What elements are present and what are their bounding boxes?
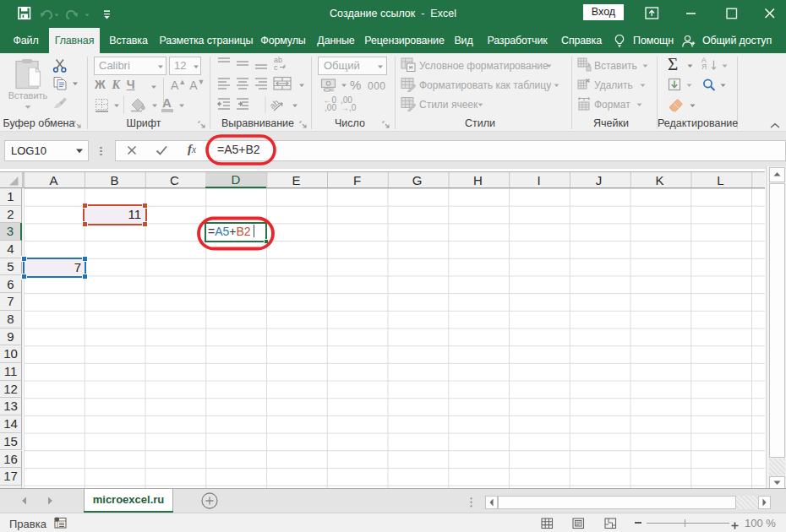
svg-text:c: c	[274, 63, 278, 72]
svg-text:ab: ab	[268, 97, 281, 111]
